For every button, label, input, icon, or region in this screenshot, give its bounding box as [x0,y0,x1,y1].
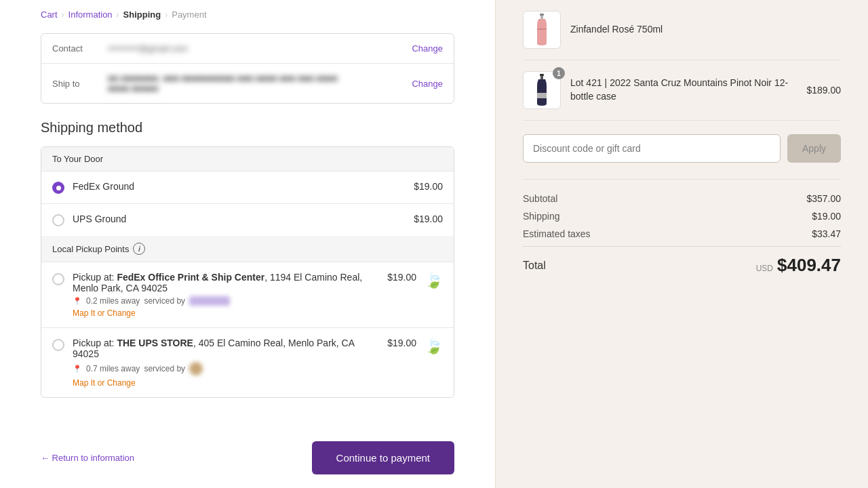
fedex-pickup-distance: 0.2 miles away [86,296,140,306]
breadcrumb-cart[interactable]: Cart [41,9,58,20]
contact-row: Contact ••••••••••@gmail.com Change [41,34,454,63]
right-panel: Zinfandel Rosé 750ml 1 Lot 421 | 2022 Sa… [495,0,868,488]
fedex-ground-radio[interactable] [52,182,64,194]
left-panel: Cart › Information › Shipping › Payment … [0,0,495,488]
ship-to-label: Ship to [52,79,100,89]
continue-to-payment-button[interactable]: Continue to payment [312,441,454,474]
ups-pickup-option[interactable]: Pickup at: THE UPS STORE, 405 El Camino … [41,327,454,397]
ups-eco-icon: 🍃 [425,338,443,355]
fedex-pickup-name: Pickup at: FedEx Office Print & Ship Cen… [73,272,374,293]
ship-to-row: Ship to ■■ ■■■■■■■, ■■■ ■■■■■■■■■■ ■■■ ■… [41,63,454,103]
breadcrumb: Cart › Information › Shipping › Payment [41,0,454,33]
breadcrumb-payment: Payment [172,9,206,20]
order-item-pinot: 1 Lot 421 | 2022 Santa Cruz Mountains Pi… [523,60,841,121]
ups-pickup-radio[interactable] [52,339,64,351]
discount-row: Apply [523,121,841,180]
rose-item-img [523,11,561,49]
shipping-options-box: To Your Door FedEx Ground $19.00 UPS Gro… [41,146,454,398]
fedex-eco-icon: 🍃 [425,272,443,289]
pinot-item-img-wrap: 1 [523,71,561,109]
ups-ground-option[interactable]: UPS Ground $19.00 [41,203,454,236]
shipping-label: Shipping [523,211,560,222]
local-pickup-label: Local Pickup Points i [41,236,454,262]
grand-total-row: Total USD $409.47 [523,255,841,276]
ups-pickup-sub: 📍 0.7 miles away serviced by [73,362,374,375]
grand-total-value: USD $409.47 [756,255,841,276]
fedex-ground-price: $19.00 [414,181,443,192]
contact-value: ••••••••••@gmail.com [108,43,403,54]
ups-service-logo [189,362,203,375]
ups-pickup-distance: 0.7 miles away [86,364,140,373]
fedex-pickup-map-link[interactable]: Map It or Change [73,308,374,318]
grand-total-label: Total [523,260,546,272]
fedex-ground-radio-inner [56,186,61,190]
fedex-pickup-radio[interactable] [52,273,64,285]
ups-pin-icon: 📍 [73,365,82,373]
ups-ground-name: UPS Ground [73,214,126,224]
breadcrumb-sep-2: › [117,10,119,20]
to-your-door-label: To Your Door [41,147,454,171]
pinot-bottle-svg [534,74,550,106]
ups-pickup-name: Pickup at: THE UPS STORE, 405 El Camino … [73,338,374,359]
pinot-item-name: Lot 421 | 2022 Santa Cruz Mountains Pino… [570,77,797,103]
fedex-pickup-price: $19.00 [387,272,416,283]
return-to-information-link[interactable]: ← Return to information [41,453,134,463]
fedex-service-logo [189,296,230,306]
left-footer: ← Return to information Continue to paym… [41,430,454,474]
subtotal-label: Subtotal [523,193,557,204]
svg-rect-1 [537,28,547,30]
taxes-value: $33.47 [812,228,841,239]
fedex-pin-icon: 📍 [73,297,82,306]
breadcrumb-information[interactable]: Information [68,9,113,20]
shipping-row: Shipping $19.00 [523,211,841,222]
ups-ground-price: $19.00 [414,214,443,224]
totals-section: Subtotal $357.00 Shipping $19.00 Estimat… [523,180,841,289]
apply-discount-button[interactable]: Apply [787,134,841,163]
contact-change-link[interactable]: Change [412,43,443,54]
subtotal-row: Subtotal $357.00 [523,193,841,204]
total-divider [523,246,841,247]
subtotal-value: $357.00 [806,193,841,204]
breadcrumb-sep-1: › [62,10,64,20]
grand-total-amount: $409.47 [777,255,841,276]
contact-ship-box: Contact ••••••••••@gmail.com Change Ship… [41,33,454,104]
svg-rect-5 [540,74,544,76]
pinot-item-badge: 1 [553,67,565,79]
discount-input[interactable] [523,134,781,163]
fedex-ground-option[interactable]: FedEx Ground $19.00 [41,171,454,203]
fedex-serviced-by-label: serviced by [144,296,185,306]
ups-ground-radio[interactable] [52,214,64,226]
ups-pickup-price: $19.00 [387,338,416,348]
taxes-row: Estimated taxes $33.47 [523,228,841,239]
breadcrumb-shipping: Shipping [123,9,161,20]
taxes-label: Estimated taxes [523,228,591,239]
local-pickup-info-icon[interactable]: i [133,243,145,255]
fedex-pickup-sub: 📍 0.2 miles away serviced by [73,296,374,306]
ship-to-change-link[interactable]: Change [412,79,443,89]
fedex-pickup-option[interactable]: Pickup at: FedEx Office Print & Ship Cen… [41,262,454,327]
svg-rect-4 [537,93,547,98]
order-item-rose: Zinfandel Rosé 750ml [523,0,841,60]
fedex-ground-content: FedEx Ground [73,181,400,192]
ups-pickup-content: Pickup at: THE UPS STORE, 405 El Camino … [73,338,374,388]
rose-bottle-svg [534,14,550,46]
svg-rect-2 [540,14,544,16]
shipping-value: $19.00 [812,211,841,222]
breadcrumb-sep-3: › [165,10,167,20]
contact-label: Contact [52,43,100,54]
fedex-pickup-content: Pickup at: FedEx Office Print & Ship Cen… [73,272,374,318]
ups-serviced-by-label: serviced by [144,364,185,373]
pinot-item-price: $189.00 [806,85,841,96]
shipping-method-title: Shipping method [41,120,454,136]
rose-item-name: Zinfandel Rosé 750ml [570,23,831,37]
grand-total-currency: USD [756,264,773,273]
rose-item-img-wrap [523,11,561,49]
ups-ground-content: UPS Ground [73,214,400,224]
fedex-ground-name: FedEx Ground [73,181,134,192]
ups-pickup-map-link[interactable]: Map It or Change [73,378,374,388]
ship-to-value: ■■ ■■■■■■■, ■■■ ■■■■■■■■■■ ■■■ ■■■■ ■■■ … [108,73,403,94]
